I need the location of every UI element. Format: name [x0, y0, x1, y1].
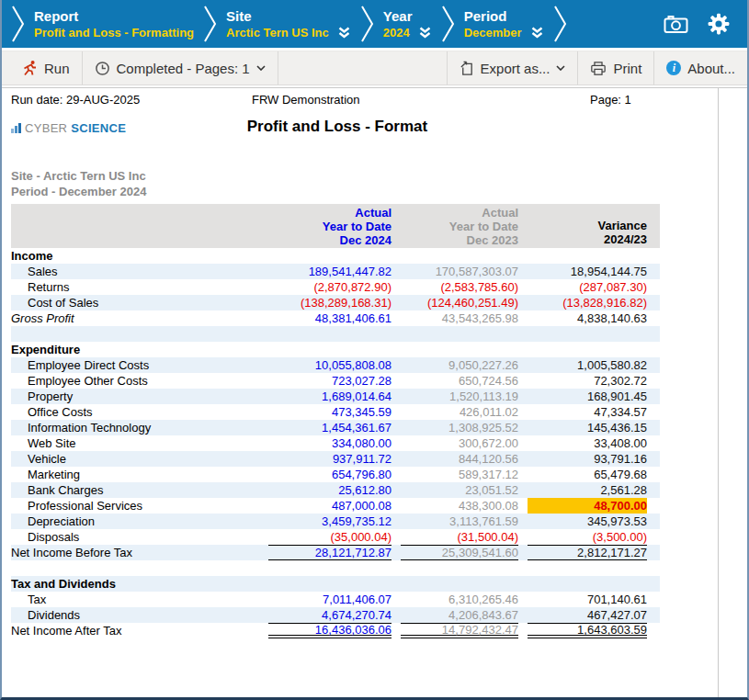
table-row: Depreciation3,459,735.123,113,761.59345,… — [11, 514, 660, 529]
nav-period-title: Period — [464, 7, 544, 25]
export-as-dropdown[interactable]: Export as... — [447, 51, 578, 85]
header-line: Dec 2023 — [401, 233, 518, 247]
cell-value: 3,459,735.12 — [268, 514, 392, 529]
table-row: Bank Charges25,612.8023,051.522,561.28 — [11, 482, 660, 498]
table-row: Property1,689,014.641,520,113.19168,901.… — [11, 389, 660, 404]
app-window: Report Profit and Loss - Formatting Site… — [0, 0, 749, 700]
row-label: Property — [11, 389, 268, 404]
nav-year-value: 2024 — [383, 25, 410, 40]
cyberscience-logo: CYBERSCIENCE — [11, 121, 126, 135]
cell-value: (31,500.04) — [401, 529, 518, 545]
row-label: Expenditure — [11, 342, 647, 357]
column-header-actual-2023: Actual Year to Date Dec 2023 — [401, 204, 518, 248]
cell-value: 43,543,265.98 — [401, 310, 518, 326]
camera-icon — [664, 15, 688, 34]
clock-icon — [95, 61, 110, 76]
cell-value: 334,080.00 — [268, 435, 392, 451]
row-label: Net Income Before Tax — [11, 545, 268, 560]
cell-value: 473,345.59 — [268, 404, 392, 420]
row-label: Returns — [11, 279, 268, 295]
table-row: Net Income After Tax16,436,036.0614,792,… — [11, 623, 660, 638]
cell-value: 47,334.57 — [528, 404, 647, 420]
cell-value: 16,436,036.06 — [268, 623, 392, 638]
cell-value: (3,500.00) — [528, 529, 647, 545]
row-label: Net Income After Tax — [11, 623, 268, 638]
cell-value: 1,005,580.82 — [528, 357, 647, 373]
cell-value: 467,427.07 — [528, 607, 647, 623]
screenshot-camera-button[interactable] — [664, 15, 688, 34]
table-row: Employee Other Costs723,027.28650,724.56… — [11, 373, 660, 389]
status-label: Completed - Pages: 1 — [117, 61, 250, 76]
run-date-label: Run date: 29-AUG-2025 — [11, 93, 140, 107]
cell-value: 345,973.53 — [528, 514, 647, 529]
cell-value: 438,300.08 — [401, 498, 518, 514]
table-row: Professional Services487,000.08438,300.0… — [11, 498, 660, 514]
settings-button[interactable] — [707, 12, 731, 36]
pnl-table: Actual Year to Date Dec 2024 Actual Year… — [11, 204, 660, 638]
report-viewport: Run date: 29-AUG-2025 FRW Demonstration … — [2, 87, 747, 697]
cell-value: 701,140.61 — [528, 592, 647, 607]
table-row: Gross Profit48,381,406.6143,543,265.984,… — [11, 310, 660, 326]
header-line: Dec 2024 — [268, 233, 392, 247]
column-header-actual-2024: Actual Year to Date Dec 2024 — [268, 204, 392, 248]
nav-site-value: Arctic Tern US Inc — [226, 25, 329, 40]
row-label: Employee Direct Costs — [11, 357, 268, 373]
nav-report-value: Profit and Loss - Formatting — [34, 25, 194, 40]
cell-value: (35,000.04) — [268, 529, 392, 545]
about-label: About... — [687, 61, 735, 76]
cell-value: 1,308,925.52 — [401, 420, 518, 435]
cell-value: 48,700.00 — [528, 498, 647, 514]
report-table-body: IncomeSales189,541,447.82170,587,303.071… — [11, 248, 660, 638]
nav-item-year[interactable]: Year 2024 — [380, 7, 436, 40]
run-icon — [21, 60, 38, 76]
cell-value: 93,791.16 — [528, 451, 647, 467]
table-row: Dividends4,674,270.744,206,843.67467,427… — [11, 607, 660, 623]
table-row: Cost of Sales(138,289,168.31)(124,460,25… — [11, 295, 660, 310]
table-row — [11, 326, 660, 342]
table-row: Returns(2,870,872.90)(2,583,785.60)(287,… — [11, 279, 660, 295]
report-page: Run date: 29-AUG-2025 FRW Demonstration … — [2, 88, 719, 697]
chevron-down-icon — [256, 65, 266, 71]
run-button[interactable]: Run — [9, 51, 83, 85]
header-line: Year to Date — [401, 220, 518, 233]
nav-site-title: Site — [226, 7, 351, 25]
cell-value: 650,724.56 — [401, 373, 518, 389]
report-header-line: Run date: 29-AUG-2025 FRW Demonstration … — [2, 93, 718, 109]
cell-value: 4,206,843.67 — [401, 607, 518, 623]
chevron-separator-icon — [441, 5, 455, 43]
cell-value: 300,672.00 — [401, 435, 518, 451]
cell-value: 14,792,432.47 — [401, 623, 518, 638]
double-chevron-down-icon — [418, 27, 432, 40]
cell-value: 1,643,603.59 — [528, 623, 647, 638]
logo-text-science: SCIENCE — [71, 121, 126, 135]
table-row — [11, 560, 660, 576]
nav-item-period[interactable]: Period December — [460, 7, 548, 40]
row-label: Office Costs — [11, 404, 268, 420]
status-pages-dropdown[interactable]: Completed - Pages: 1 — [83, 51, 278, 85]
nav-item-site[interactable]: Site Arctic Tern US Inc — [222, 7, 355, 40]
cell-value: 3,113,761.59 — [401, 514, 518, 529]
nav-period-value: December — [464, 25, 522, 40]
cell-value: 65,479.68 — [528, 467, 647, 482]
table-row: Office Costs473,345.59426,011.0247,334.5… — [11, 404, 660, 420]
double-chevron-down-icon — [337, 27, 351, 40]
table-row: Tax and Dividends — [11, 576, 660, 592]
table-row: Disposals(35,000.04)(31,500.04)(3,500.00… — [11, 529, 660, 545]
row-label: Marketing — [11, 467, 268, 482]
cell-value: 487,000.08 — [268, 498, 392, 514]
cell-value: (2,870,872.90) — [268, 279, 392, 295]
header-line: 2024/23 — [528, 232, 647, 246]
run-label: Run — [44, 61, 70, 76]
header-line: Actual — [268, 206, 392, 220]
about-button[interactable]: i About... — [653, 51, 747, 85]
row-label: Income — [11, 248, 647, 264]
row-label: Gross Profit — [11, 310, 268, 326]
row-label: Professional Services — [11, 498, 268, 514]
cell-value: 48,381,406.61 — [268, 310, 392, 326]
nav-item-report[interactable]: Report Profit and Loss - Formatting — [30, 7, 198, 40]
table-header: Actual Year to Date Dec 2024 Actual Year… — [11, 204, 660, 248]
chevron-separator-icon — [360, 5, 374, 43]
header-line: Year to Date — [268, 220, 392, 233]
cell-value: 170,587,303.07 — [401, 264, 518, 279]
print-button[interactable]: Print — [577, 51, 653, 85]
